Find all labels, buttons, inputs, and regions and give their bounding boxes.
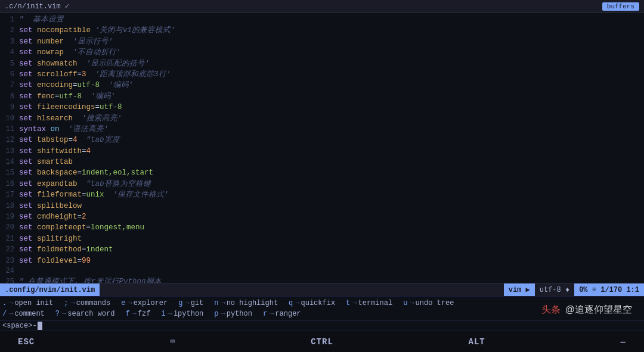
cmd-item: g → git bbox=[178, 298, 203, 309]
cmd-key: . bbox=[2, 298, 7, 309]
code-line: 23set foldlevel=99 bbox=[0, 256, 644, 266]
line-content: set foldlevel=99 bbox=[19, 256, 642, 266]
cmd-arrow: → bbox=[352, 298, 357, 309]
line-content: set foldmethod=indent bbox=[19, 244, 642, 255]
cmd-label: open init bbox=[14, 298, 53, 309]
cmd-item: r → ranger bbox=[263, 309, 301, 319]
line-content: set nocompatible '关闭与v1的兼容模式' bbox=[19, 25, 642, 36]
code-line: 24 bbox=[0, 266, 644, 276]
cmd-item: u → undo tree bbox=[403, 298, 454, 309]
line-content: set fenc=utf-8 '编码' bbox=[19, 91, 642, 102]
cmd-item: f → fzf bbox=[125, 309, 150, 319]
line-content: set nowrap '不自动折行' bbox=[19, 47, 642, 58]
cmd-key: q bbox=[289, 298, 293, 309]
cmd-arrow: → bbox=[128, 298, 132, 309]
cmd-label: undo tree bbox=[416, 298, 454, 309]
cmd-arrow: → bbox=[62, 309, 66, 319]
line-number: 3 bbox=[2, 37, 19, 47]
line-number: 9 bbox=[2, 102, 19, 113]
line-number: 8 bbox=[2, 92, 19, 102]
line-content: set encoding=utf-8 '编码' bbox=[19, 80, 642, 91]
line-content: syntax on '语法高亮' bbox=[19, 124, 642, 135]
buffers-button[interactable]: buffers bbox=[602, 2, 639, 11]
cmd-label: terminal bbox=[358, 298, 393, 309]
line-content: set fileencodings=utf-8 bbox=[19, 102, 642, 113]
line-number: 21 bbox=[2, 234, 19, 244]
cmd-key: / bbox=[2, 309, 7, 319]
code-area: 1" 基本设置2set nocompatible '关闭与v1的兼容模式'3se… bbox=[0, 13, 644, 283]
code-line: 16set expandtab "tab替换为空格键 bbox=[0, 179, 644, 189]
code-line: 6set scrolloff=3 '距离顶部和底部3行' bbox=[0, 69, 644, 80]
status-vim-mode: vim ▶ bbox=[504, 284, 535, 296]
line-number: 25 bbox=[2, 277, 19, 283]
line-number: 13 bbox=[2, 147, 19, 157]
code-line: 20set completeopt=longest,menu bbox=[0, 222, 644, 233]
status-mode: .config/nvim/init.vim bbox=[0, 284, 100, 296]
code-line: 21set splitright bbox=[0, 233, 644, 244]
line-number: 7 bbox=[2, 80, 19, 91]
cmd-arrow: → bbox=[132, 309, 137, 319]
line-number: 12 bbox=[2, 135, 19, 145]
code-line: 2set nocompatible '关闭与v1的兼容模式' bbox=[0, 25, 644, 36]
line-content: set tabstop=4 "tab宽度 bbox=[19, 135, 642, 145]
line-number: 22 bbox=[2, 245, 19, 255]
line-number: 23 bbox=[2, 256, 19, 266]
cmd-item: . → open init bbox=[2, 298, 53, 309]
status-position: 0% ≡ 1/170 1:1 bbox=[574, 284, 644, 296]
cmd-key: i bbox=[161, 309, 165, 319]
code-line: 15set backspace=indent,eol,start bbox=[0, 167, 644, 178]
line-content: set splitbelow bbox=[19, 201, 642, 211]
cmd-arrow: → bbox=[410, 298, 414, 309]
cmd-arrow: → bbox=[270, 309, 274, 319]
cmd-arrow: → bbox=[168, 309, 172, 319]
cmd-key: ? bbox=[55, 309, 60, 319]
cmd-item: / → comment bbox=[2, 309, 45, 319]
code-line: 3set number '显示行号' bbox=[0, 36, 644, 47]
status-encoding: utf-8 ♦ bbox=[535, 286, 574, 294]
cmd-key: e bbox=[121, 298, 125, 309]
line-content: set backspace=indent,eol,start bbox=[19, 167, 642, 178]
cmd-arrow: → bbox=[9, 309, 13, 319]
line-number: 16 bbox=[2, 179, 19, 189]
code-line: 22set foldmethod=indent bbox=[0, 244, 644, 255]
cmd-item: t → terminal bbox=[346, 298, 392, 309]
line-number: 19 bbox=[2, 212, 19, 222]
cmd-arrow: → bbox=[295, 298, 299, 309]
code-line: 7set encoding=utf-8 '编码' bbox=[0, 80, 644, 91]
watermark-platform: 头条 bbox=[541, 304, 561, 316]
code-line: 18set splitbelow bbox=[0, 201, 644, 211]
line-number: 1 bbox=[2, 15, 19, 25]
key-ctrl[interactable]: CTRL bbox=[311, 337, 333, 347]
cmd-label: explorer bbox=[134, 298, 168, 309]
cmd-key: ; bbox=[64, 298, 68, 309]
watermark: 头条 @追逐仰望星空 bbox=[541, 304, 632, 316]
line-content: set hlsearch '搜索高亮' bbox=[19, 113, 642, 124]
cmd-item: ; → commands bbox=[64, 298, 110, 309]
cmd-label: git bbox=[191, 298, 204, 309]
code-line: 17set fileformat=unix '保存文件格式' bbox=[0, 189, 644, 200]
line-content: set cmdheight=2 bbox=[19, 211, 642, 222]
code-line: 12set tabstop=4 "tab宽度 bbox=[0, 135, 644, 145]
cmd-key: f bbox=[125, 309, 129, 319]
line-content: set completeopt=longest,menu bbox=[19, 222, 642, 233]
cmd-key: t bbox=[346, 298, 350, 309]
cmd-arrow: → bbox=[185, 298, 189, 309]
cmd-item: p → python bbox=[214, 309, 252, 319]
line-number: 15 bbox=[2, 168, 19, 178]
line-number: 11 bbox=[2, 124, 19, 135]
cmd-arrow: → bbox=[70, 298, 75, 309]
key-alt[interactable]: ALT bbox=[469, 337, 485, 347]
key-esc[interactable]: ESC bbox=[18, 337, 35, 347]
code-line: 1" 基本设置 bbox=[0, 14, 644, 25]
line-number: 10 bbox=[2, 114, 19, 124]
cmd-label: search word bbox=[67, 309, 114, 319]
line-content: set number '显示行号' bbox=[19, 36, 642, 47]
cmd-arrow: → bbox=[9, 298, 13, 309]
cmd-arrow: → bbox=[221, 298, 225, 309]
input-prompt: <space>- bbox=[2, 322, 37, 330]
cmd-label: ipython bbox=[174, 309, 203, 319]
line-content: " 基本设置 bbox=[19, 14, 642, 25]
input-line[interactable]: <space>- bbox=[0, 320, 644, 331]
line-content: set splitright bbox=[19, 233, 642, 244]
cmd-arrow: → bbox=[221, 309, 225, 319]
